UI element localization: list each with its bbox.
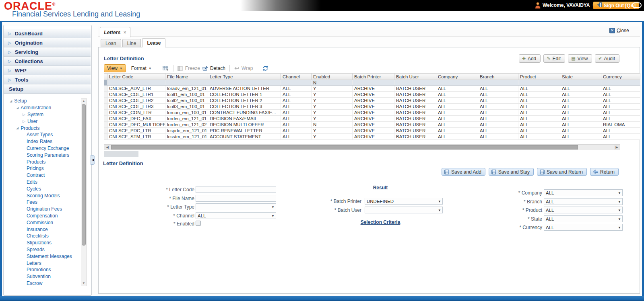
sidebar-menu-item-tools[interactable]: ▷ Tools <box>4 75 91 84</box>
scroll-right-icon[interactable]: ▶ <box>614 145 620 150</box>
filter-cell-branch[interactable] <box>478 80 518 86</box>
column-header-state[interactable]: State <box>560 74 601 80</box>
sidebar-menu-item-collections[interactable]: ▷ Collections <box>4 57 91 66</box>
tree-item-insurance[interactable]: ◢ ▷ Insurance <box>6 226 80 233</box>
batch-printer-select[interactable]: UNDEFINED▼ <box>365 198 443 205</box>
filter-cell-company[interactable] <box>436 80 478 86</box>
view-button[interactable]: ▤ View <box>568 54 592 63</box>
tree-item-contract[interactable]: ◢ ▷ Contract <box>6 172 80 179</box>
letter-type-select[interactable]: ▼ <box>196 203 276 210</box>
tree-item-scoring-models[interactable]: ◢ ▷ Scoring Models <box>6 192 80 199</box>
tree-item-promotions[interactable]: ◢ ▷ Promotions <box>6 266 80 273</box>
tree-item-system[interactable]: ◢ ▷ System <box>6 111 80 118</box>
filter-cell-file_name[interactable] <box>165 80 208 86</box>
save-and-add-button[interactable]: Save and Add <box>442 168 485 176</box>
sidebar-menu-item-origination[interactable]: ▷ Origination <box>4 38 91 47</box>
grid-row[interactable]: CNLSCE_ADV_LTRloradv_em_121_01ADVERSE AC… <box>104 86 640 92</box>
freeze-button[interactable]: Freeze <box>178 66 200 71</box>
sidebar-menu-item-dashboard[interactable]: ▷ DashBoard <box>4 29 91 38</box>
tree-item-pricings[interactable]: ◢ ▷ Pricings <box>6 165 80 172</box>
tree-item-origination-fees[interactable]: ◢ ▷ Origination Fees <box>6 206 80 213</box>
filter-cell-currency[interactable] <box>601 80 640 86</box>
grid-row[interactable]: CNLSCE_COL_LTR1lcolt1_em_100_01COLLECTIO… <box>104 92 640 98</box>
tree-item-letters[interactable]: ◢ ▷ Letters <box>6 260 80 266</box>
column-header-branch[interactable]: Branch <box>478 74 518 80</box>
column-header-batch_printer[interactable]: Batch Printer <box>353 74 394 80</box>
sidebar-menu-item-setup[interactable]: Setup <box>4 84 91 94</box>
tree-item-statement-messages[interactable]: ◢ ▷ Statement Messages <box>6 253 80 260</box>
return-button[interactable]: Return <box>590 168 619 176</box>
currency-select[interactable]: ALL▼ <box>544 224 623 231</box>
tree-scrollbar-thumb[interactable] <box>82 104 86 246</box>
filter-cell-product[interactable] <box>518 80 560 86</box>
tree-item-setup[interactable]: ◢ ▷ Setup <box>6 98 80 104</box>
tab-close-icon[interactable]: × <box>124 30 126 35</box>
filter-cell-letter_code[interactable] <box>107 80 165 86</box>
filter-cell-batch_printer[interactable] <box>353 80 394 86</box>
tree-item-stipulations[interactable]: ◢ ▷ Stipulations <box>6 240 80 246</box>
filter-cell-channel[interactable] <box>281 80 312 86</box>
grid-horizontal-scrollbar[interactable]: ◀ ▶ <box>104 144 620 150</box>
company-select[interactable]: ALL▼ <box>544 189 623 196</box>
sidebar-menu-item-servicing[interactable]: ▷ Servicing <box>4 47 91 57</box>
filter-cell-batch_user[interactable] <box>394 80 436 86</box>
filter-cell-enabled[interactable]: N <box>312 80 353 86</box>
tree-scrollbar[interactable]: ▲ ▼ <box>81 98 87 286</box>
sidebar-collapse-handle[interactable]: ◀ <box>91 155 95 165</box>
column-header-channel[interactable]: Channel <box>281 74 312 80</box>
tree-item-spreads[interactable]: ◢ ▷ Spreads <box>6 246 80 253</box>
welcome-menu[interactable]: Welcome, VAVAIDYA▼ <box>543 2 595 8</box>
channel-select[interactable]: ALL▼ <box>196 212 276 219</box>
save-and-stay-button[interactable]: Save and Stay <box>489 168 534 176</box>
tree-item-user[interactable]: ◢ ▷ User <box>6 118 80 125</box>
grid-row[interactable]: CNLSCE_DEC_FAXlordec_em_121_01DECISION F… <box>104 116 640 122</box>
tree-item-escrow[interactable]: ◢ ▷ Escrow <box>6 280 80 287</box>
tree-item-currency-exchange[interactable]: ◢ ▷ Currency Exchange <box>6 145 80 152</box>
tab-letters[interactable]: Letters × <box>100 27 130 37</box>
column-header-file_name[interactable]: File Name <box>165 74 208 80</box>
filter-cell-state[interactable] <box>560 80 601 86</box>
audit-button[interactable]: ✔ Audit <box>595 54 619 63</box>
grid-row[interactable]: CNLSCE_STM_LTRlcsstm_em_121_01ACCOUNT ST… <box>104 134 640 140</box>
letter-code-input[interactable] <box>196 186 276 193</box>
column-header-currency[interactable]: Currency <box>601 74 640 80</box>
scroll-left-icon[interactable]: ◀ <box>104 145 110 150</box>
branch-select[interactable]: ALL▼ <box>544 198 623 205</box>
batch-user-select[interactable]: ▼ <box>365 207 443 213</box>
save-and-return-button[interactable]: Save and Return <box>537 168 587 176</box>
state-select[interactable]: ALL▼ <box>544 215 623 222</box>
scroll-down-icon[interactable]: ▼ <box>81 281 86 286</box>
tree-item-fees[interactable]: ◢ ▷ Fees <box>6 199 80 206</box>
tree-item-administration[interactable]: ◢ ▷ Administration <box>6 104 80 111</box>
query-by-example-icon[interactable] <box>163 66 169 71</box>
grid-row[interactable]: CNLSCE_COL_LTR2lcolt2_em_100_01COLLECTIO… <box>104 98 640 104</box>
column-header-letter_type[interactable]: Letter Type <box>208 74 281 80</box>
file-name-input[interactable] <box>196 195 276 202</box>
close-button[interactable]: ✕ Close <box>609 28 629 33</box>
edit-button[interactable]: ✎ Edit <box>543 54 565 63</box>
scroll-up-icon[interactable]: ▲ <box>81 98 86 104</box>
subtab-loan[interactable]: Loan <box>101 39 121 47</box>
column-header-batch_user[interactable]: Batch User <box>394 74 436 80</box>
tree-item-cycles[interactable]: ◢ ▷ Cycles <box>6 185 80 192</box>
grid-row[interactable]: CNLSCE_DEC_MULTIOFFER_...lordec_em_121_0… <box>104 122 640 128</box>
wrap-button[interactable]: Wrap <box>234 66 253 71</box>
tree-item-checklists[interactable]: ◢ ▷ Checklists <box>6 233 80 240</box>
tree-item-index-rates[interactable]: ◢ ▷ Index Rates <box>6 138 80 145</box>
grid-row[interactable]: CNLSCE_PDC_LTRlcspdc_em_121_01PDC RENEWA… <box>104 128 640 134</box>
refresh-icon[interactable] <box>262 65 269 72</box>
tree-item-edits[interactable]: ◢ ▷ Edits <box>6 179 80 186</box>
filter-cell-letter_type[interactable] <box>208 80 281 86</box>
view-menu-button[interactable]: View▼ <box>104 64 126 72</box>
tree-item-commission[interactable]: ◢ ▷ Commission <box>6 219 80 226</box>
subtab-lease[interactable]: Lease <box>142 38 165 47</box>
grid-row[interactable]: CNLSCE_CON_LTRlorcon_em_100_01CONTRACT F… <box>104 110 640 116</box>
column-header-letter_code[interactable]: Letter Code <box>107 74 165 80</box>
column-header-company[interactable]: Company <box>436 74 478 80</box>
grid-scrollbar-thumb[interactable] <box>111 145 578 149</box>
enabled-checkbox[interactable] <box>196 221 201 226</box>
grid-row[interactable]: CNLSCE_COL_LTR3lcolt3_em_100_01COLLECTIO… <box>104 104 640 110</box>
add-button[interactable]: ✚ Add <box>519 54 541 63</box>
column-header-enabled[interactable]: Enabled <box>312 74 353 80</box>
column-header-product[interactable]: Product <box>518 74 560 80</box>
